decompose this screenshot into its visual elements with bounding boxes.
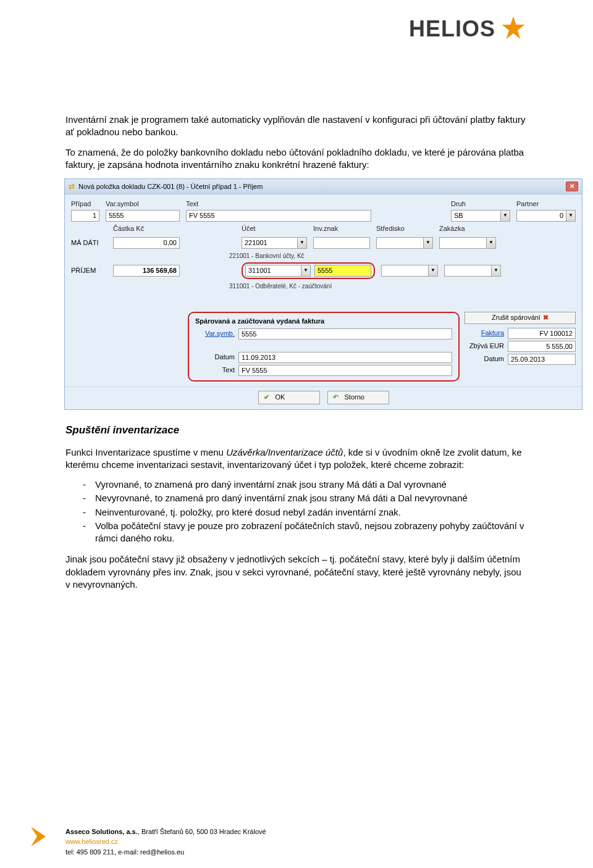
madati-ucet-select[interactable]: 221001 ▼ [242, 237, 307, 249]
madati-invznak-input[interactable] [313, 237, 370, 249]
form-area: Případ 1 Var.symbol 5555 Text FV 5555 Dr… [65, 194, 582, 386]
varsymbol-input[interactable]: 5555 [106, 210, 180, 222]
label-ucet: Účet [242, 224, 307, 233]
bullet-list: Vyrovnané, to znamená pro daný inventárn… [83, 478, 528, 545]
paragraph: Funkci Inventarizace spustíme v menu Uzá… [65, 446, 528, 472]
prijem-zakazka-select[interactable]: ▼ [444, 265, 501, 277]
chevron-down-icon: ▼ [491, 265, 500, 276]
label-datum1: Datum [195, 353, 235, 362]
prijem-invznak-input[interactable]: 5555 [314, 265, 371, 277]
unpair-button[interactable]: Zrušit spárování ✖ [465, 312, 576, 324]
paired-datum2: 25.09.2013 [508, 354, 576, 365]
prijem-ucet-select[interactable]: 311001 ▼ [245, 265, 311, 277]
label-madati: MÁ DÁTI [71, 238, 107, 248]
footer: Asseco Solutions, a.s., Bratří Štefanů 6… [65, 827, 266, 858]
footer-line-company: Asseco Solutions, a.s., Bratří Štefanů 6… [65, 827, 266, 837]
text-input[interactable]: FV 5555 [186, 210, 371, 222]
list-item: Volba počáteční stavy je pouze pro zobra… [83, 520, 528, 545]
main-content: Inventární znak je programem také automa… [65, 114, 528, 598]
prijem-castka-input[interactable]: 136 569,68 [113, 265, 180, 277]
chevron-down-icon: ▼ [301, 265, 310, 276]
label-stredisko: Středisko [376, 224, 433, 233]
storno-button[interactable]: ↶ Storno [327, 391, 389, 404]
close-button[interactable]: ✕ [566, 182, 578, 191]
dot-rule-top [5, 57, 588, 59]
chevron-down-icon: ▼ [423, 238, 432, 248]
pripad-input[interactable]: 1 [71, 210, 99, 222]
chevron-down-icon: ▼ [297, 238, 306, 248]
label-prijem: PŘÍJEM [71, 266, 107, 275]
paired-header: Spárovaná a zaúčtovaná vydaná faktura [195, 317, 452, 326]
logo-text: HELIOS [409, 16, 495, 42]
madati-zakazka-select[interactable]: ▼ [439, 237, 496, 249]
label-text: Text [186, 199, 371, 209]
ucet-note-prijem: 311001 - Odběratelé, Kč - zaúčtování [229, 282, 576, 293]
paragraph: To znamená, že do položky bankovního dok… [65, 146, 528, 172]
label-invznak: Inv.znak [313, 224, 370, 233]
label-partner: Partner [516, 199, 576, 209]
paragraph: Jinak jsou počáteční stavy již obsaženy … [65, 553, 528, 591]
label-paired-text: Text [195, 365, 235, 375]
paired-zbyva: 5 555,00 [508, 341, 576, 352]
madati-castka-input[interactable]: 0,00 [113, 237, 180, 249]
undo-icon: ↶ [333, 393, 339, 402]
paired-text: FV 5555 [238, 365, 452, 376]
arrows-icon: ⇄ [69, 182, 75, 191]
paired-faktura: FV 100012 [508, 328, 576, 339]
window-title: Nová položka dokladu CZK-001 (8) - Účetn… [78, 182, 562, 191]
label-varsymbol: Var.symbol [106, 199, 180, 209]
chevron-down-icon: ▼ [486, 238, 495, 248]
footer-line-url: www.heliosred.cz [65, 837, 266, 847]
chevron-down-icon: ▼ [566, 211, 575, 221]
list-item: Nevyrovnané, to znamená pro daný inventá… [83, 492, 528, 504]
label-zakazka: Zakázka [439, 224, 496, 233]
chevron-down-icon: ▼ [500, 211, 510, 221]
svg-marker-0 [502, 16, 525, 39]
label-zbyva: Zbývá EUR [465, 341, 504, 351]
label-datum2: Datum [465, 354, 504, 364]
paired-datum1: 11.09.2013 [238, 352, 452, 363]
list-item: Neinventurované, tj. položky, pro které … [83, 506, 528, 519]
paired-panel: Spárovaná a zaúčtovaná vydaná faktura Va… [71, 312, 576, 382]
footer-line-contact: tel: 495 809 211, e-mail: red@helios.eu [65, 847, 266, 858]
faktura-link[interactable]: Faktura [465, 328, 504, 338]
label-druh: Druh [451, 199, 510, 209]
window-titlebar: ⇄ Nová položka dokladu CZK-001 (8) - Úče… [65, 179, 582, 194]
button-bar: ✔ OK ↶ Storno [65, 386, 582, 409]
list-item: Vyrovnané, to znamená pro daný inventárn… [83, 478, 528, 491]
paired-varsymb: 5555 [238, 328, 452, 340]
partner-select[interactable]: 0 ▼ [516, 210, 576, 222]
dot-rule-bottom [5, 795, 588, 797]
label-pripad: Případ [71, 199, 99, 209]
heading-spusteni: Spuštění inventarizace [65, 424, 528, 438]
chevron-down-icon: ▼ [428, 265, 437, 276]
madati-stredisko-select[interactable]: ▼ [376, 237, 433, 249]
ucet-note-madati: 221001 - Bankovní účty, Kč [229, 251, 576, 263]
druh-select[interactable]: SB ▼ [451, 210, 510, 222]
prijem-stredisko-select[interactable]: ▼ [381, 265, 438, 277]
arrow-right-icon [28, 824, 53, 849]
star-icon [499, 15, 528, 43]
ok-button[interactable]: ✔ OK [258, 391, 320, 404]
highlight-area: 311001 ▼ 5555 [242, 262, 375, 279]
check-icon: ✔ [264, 393, 269, 402]
svg-marker-1 [31, 827, 46, 846]
logo: HELIOS [409, 15, 528, 43]
paragraph: Inventární znak je programem také automa… [65, 114, 528, 139]
app-window: ⇄ Nová položka dokladu CZK-001 (8) - Úče… [64, 178, 582, 410]
label-castka: Částka Kč [113, 224, 180, 233]
varsymb-link[interactable]: Var.symb. [195, 329, 235, 338]
x-icon: ✖ [543, 313, 549, 322]
